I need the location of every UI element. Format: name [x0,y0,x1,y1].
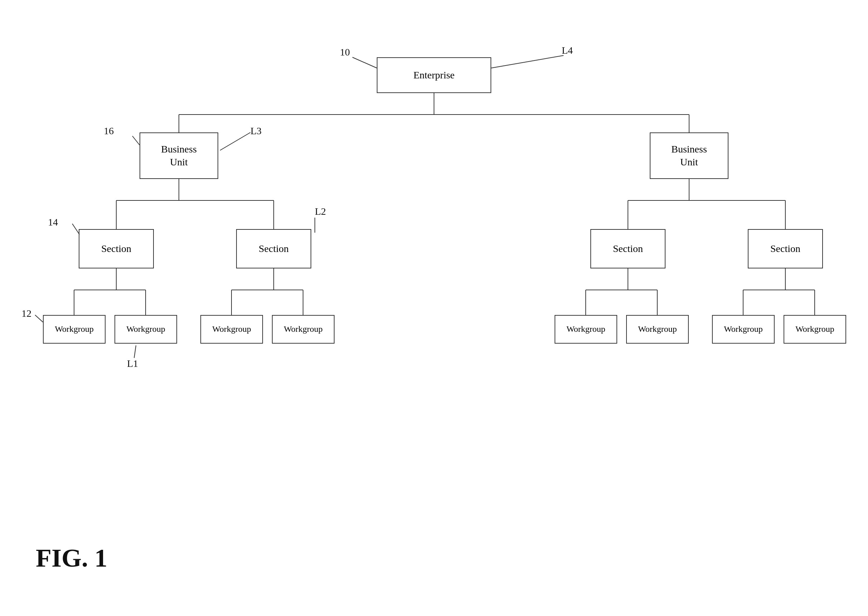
workgroup-ll2: Workgroup [115,315,177,344]
ref-l4: L4 [562,45,573,56]
svg-line-36 [134,346,136,358]
section-rr-node: Section [748,229,823,269]
bu-left-node: BusinessUnit [140,132,218,179]
workgroup-rl1: Workgroup [554,315,617,344]
workgroup-rr2: Workgroup [783,315,846,344]
workgroup-rl2: Workgroup [626,315,689,344]
enterprise-node: Enterprise [377,57,491,93]
section-rl-node: Section [590,229,666,269]
ref-10: 10 [340,47,350,58]
svg-line-33 [72,224,79,234]
ref-16: 16 [104,125,114,137]
svg-line-35 [35,315,43,322]
workgroup-rr1: Workgroup [712,315,775,344]
bu-right-node: BusinessUnit [650,132,728,179]
section-ll-node: Section [79,229,154,269]
figure-caption: FIG. 1 [36,543,107,573]
workgroup-lr1: Workgroup [200,315,263,344]
ref-12: 12 [22,308,31,319]
workgroup-lr2: Workgroup [272,315,334,344]
ref-l3: L3 [250,125,262,137]
svg-line-30 [491,55,563,68]
ref-l2: L2 [315,206,326,217]
section-lr-node: Section [236,229,311,269]
svg-line-31 [132,136,140,145]
ref-l1: L1 [127,358,138,369]
svg-line-32 [220,132,250,150]
ref-14: 14 [48,217,58,228]
svg-line-29 [352,57,377,68]
workgroup-ll1: Workgroup [43,315,105,344]
